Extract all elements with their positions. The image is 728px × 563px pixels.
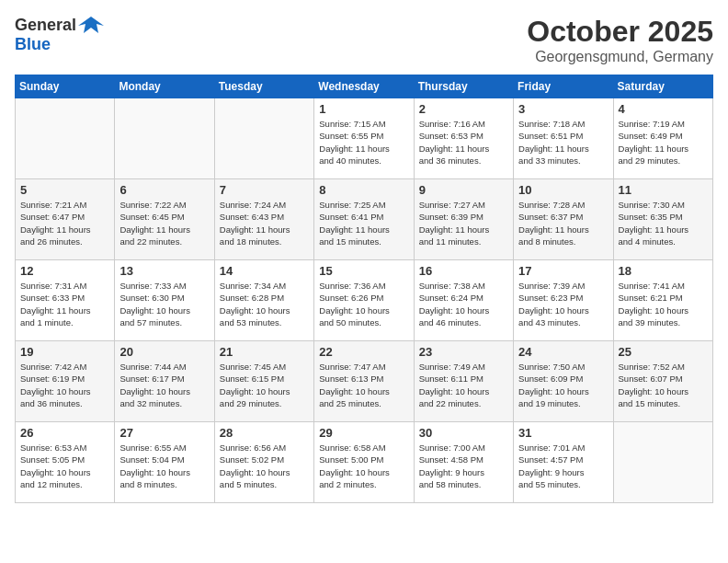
day-info: Sunrise: 7:39 AM Sunset: 6:23 PM Dayligh… — [518, 280, 609, 328]
day-info: Sunrise: 7:28 AM Sunset: 6:37 PM Dayligh… — [518, 199, 609, 247]
calendar-cell — [214, 98, 313, 179]
day-info: Sunrise: 7:38 AM Sunset: 6:24 PM Dayligh… — [419, 280, 509, 328]
calendar-cell: 31Sunrise: 7:01 AM Sunset: 4:57 PM Dayli… — [514, 422, 613, 503]
day-info: Sunrise: 6:56 AM Sunset: 5:02 PM Dayligh… — [220, 442, 310, 490]
day-number: 15 — [319, 264, 409, 278]
weekday-header: Saturday — [613, 75, 712, 98]
weekday-header: Wednesday — [314, 75, 414, 98]
day-info: Sunrise: 7:52 AM Sunset: 6:07 PM Dayligh… — [619, 361, 709, 409]
day-number: 10 — [518, 183, 609, 197]
day-info: Sunrise: 7:27 AM Sunset: 6:39 PM Dayligh… — [419, 199, 509, 247]
logo-bird-icon — [78, 15, 104, 35]
calendar-cell: 10Sunrise: 7:28 AM Sunset: 6:37 PM Dayli… — [514, 179, 613, 260]
day-info: Sunrise: 7:49 AM Sunset: 6:11 PM Dayligh… — [419, 361, 509, 409]
day-info: Sunrise: 7:44 AM Sunset: 6:17 PM Dayligh… — [119, 361, 210, 409]
day-number: 20 — [119, 345, 210, 359]
day-number: 25 — [619, 345, 709, 359]
day-number: 14 — [220, 264, 310, 278]
calendar-week-row: 26Sunrise: 6:53 AM Sunset: 5:05 PM Dayli… — [16, 422, 713, 503]
day-number: 23 — [419, 345, 509, 359]
calendar-cell: 26Sunrise: 6:53 AM Sunset: 5:05 PM Dayli… — [16, 422, 115, 503]
day-number: 16 — [419, 264, 509, 278]
day-info: Sunrise: 7:16 AM Sunset: 6:53 PM Dayligh… — [419, 118, 509, 167]
weekday-header: Tuesday — [214, 75, 313, 98]
calendar-cell — [16, 98, 115, 179]
day-info: Sunrise: 7:47 AM Sunset: 6:13 PM Dayligh… — [319, 361, 409, 409]
day-number: 6 — [119, 183, 210, 197]
day-info: Sunrise: 7:18 AM Sunset: 6:51 PM Dayligh… — [518, 118, 609, 167]
logo-blue-text: Blue — [15, 35, 51, 53]
calendar-cell: 17Sunrise: 7:39 AM Sunset: 6:23 PM Dayli… — [514, 260, 613, 341]
day-info: Sunrise: 7:01 AM Sunset: 4:57 PM Dayligh… — [518, 442, 609, 490]
day-info: Sunrise: 6:58 AM Sunset: 5:00 PM Dayligh… — [319, 442, 409, 490]
calendar-cell: 9Sunrise: 7:27 AM Sunset: 6:39 PM Daylig… — [414, 179, 513, 260]
day-number: 13 — [119, 264, 210, 278]
calendar-cell: 29Sunrise: 6:58 AM Sunset: 5:00 PM Dayli… — [314, 422, 414, 503]
calendar-cell: 16Sunrise: 7:38 AM Sunset: 6:24 PM Dayli… — [414, 260, 513, 341]
calendar-week-row: 19Sunrise: 7:42 AM Sunset: 6:19 PM Dayli… — [16, 341, 713, 422]
calendar-table: SundayMondayTuesdayWednesdayThursdayFrid… — [15, 75, 713, 503]
calendar-cell: 4Sunrise: 7:19 AM Sunset: 6:49 PM Daylig… — [613, 98, 712, 179]
calendar-cell: 13Sunrise: 7:33 AM Sunset: 6:30 PM Dayli… — [115, 260, 214, 341]
calendar-cell: 1Sunrise: 7:15 AM Sunset: 6:55 PM Daylig… — [314, 98, 414, 179]
day-info: Sunrise: 7:42 AM Sunset: 6:19 PM Dayligh… — [20, 361, 110, 409]
calendar-cell: 15Sunrise: 7:36 AM Sunset: 6:26 PM Dayli… — [314, 260, 414, 341]
day-number: 8 — [319, 183, 409, 197]
calendar-cell: 7Sunrise: 7:24 AM Sunset: 6:43 PM Daylig… — [214, 179, 313, 260]
calendar-cell: 6Sunrise: 7:22 AM Sunset: 6:45 PM Daylig… — [115, 179, 214, 260]
day-info: Sunrise: 7:19 AM Sunset: 6:49 PM Dayligh… — [619, 118, 709, 167]
calendar-cell: 19Sunrise: 7:42 AM Sunset: 6:19 PM Dayli… — [16, 341, 115, 422]
calendar-week-row: 1Sunrise: 7:15 AM Sunset: 6:55 PM Daylig… — [16, 98, 713, 179]
calendar-cell: 22Sunrise: 7:47 AM Sunset: 6:13 PM Dayli… — [314, 341, 414, 422]
day-info: Sunrise: 7:34 AM Sunset: 6:28 PM Dayligh… — [220, 280, 310, 328]
day-number: 27 — [119, 426, 210, 440]
page-header: General Blue October 2025 Georgensgmund,… — [15, 15, 713, 65]
day-number: 18 — [619, 264, 709, 278]
calendar-cell: 20Sunrise: 7:44 AM Sunset: 6:17 PM Dayli… — [115, 341, 214, 422]
day-number: 2 — [419, 102, 509, 116]
weekday-header: Thursday — [414, 75, 513, 98]
day-info: Sunrise: 7:25 AM Sunset: 6:41 PM Dayligh… — [319, 199, 409, 247]
calendar-week-row: 5Sunrise: 7:21 AM Sunset: 6:47 PM Daylig… — [16, 179, 713, 260]
calendar-cell — [613, 422, 712, 503]
day-number: 19 — [20, 345, 110, 359]
day-info: Sunrise: 7:50 AM Sunset: 6:09 PM Dayligh… — [518, 361, 609, 409]
day-info: Sunrise: 7:00 AM Sunset: 4:58 PM Dayligh… — [419, 442, 509, 490]
day-info: Sunrise: 7:41 AM Sunset: 6:21 PM Dayligh… — [619, 280, 709, 328]
day-info: Sunrise: 6:53 AM Sunset: 5:05 PM Dayligh… — [20, 442, 110, 490]
day-number: 17 — [518, 264, 609, 278]
day-number: 5 — [20, 183, 110, 197]
calendar-cell: 3Sunrise: 7:18 AM Sunset: 6:51 PM Daylig… — [514, 98, 613, 179]
calendar-week-row: 12Sunrise: 7:31 AM Sunset: 6:33 PM Dayli… — [16, 260, 713, 341]
day-number: 26 — [20, 426, 110, 440]
calendar-cell: 14Sunrise: 7:34 AM Sunset: 6:28 PM Dayli… — [214, 260, 313, 341]
day-number: 30 — [419, 426, 509, 440]
day-number: 31 — [518, 426, 609, 440]
location-title: Georgensgmund, Germany — [527, 49, 713, 65]
weekday-header: Friday — [514, 75, 613, 98]
calendar-cell: 18Sunrise: 7:41 AM Sunset: 6:21 PM Dayli… — [613, 260, 712, 341]
day-number: 28 — [220, 426, 310, 440]
calendar-cell — [115, 98, 214, 179]
day-info: Sunrise: 7:36 AM Sunset: 6:26 PM Dayligh… — [319, 280, 409, 328]
day-number: 1 — [319, 102, 409, 116]
calendar-cell: 11Sunrise: 7:30 AM Sunset: 6:35 PM Dayli… — [613, 179, 712, 260]
calendar-cell: 8Sunrise: 7:25 AM Sunset: 6:41 PM Daylig… — [314, 179, 414, 260]
day-info: Sunrise: 6:55 AM Sunset: 5:04 PM Dayligh… — [119, 442, 210, 490]
calendar-cell: 2Sunrise: 7:16 AM Sunset: 6:53 PM Daylig… — [414, 98, 513, 179]
weekday-header: Sunday — [16, 75, 115, 98]
day-number: 21 — [220, 345, 310, 359]
calendar-cell: 21Sunrise: 7:45 AM Sunset: 6:15 PM Dayli… — [214, 341, 313, 422]
calendar-header-row: SundayMondayTuesdayWednesdayThursdayFrid… — [16, 75, 713, 98]
logo: General Blue — [15, 15, 104, 54]
calendar-cell: 25Sunrise: 7:52 AM Sunset: 6:07 PM Dayli… — [613, 341, 712, 422]
day-info: Sunrise: 7:31 AM Sunset: 6:33 PM Dayligh… — [20, 280, 110, 328]
calendar-cell: 12Sunrise: 7:31 AM Sunset: 6:33 PM Dayli… — [16, 260, 115, 341]
day-number: 11 — [619, 183, 709, 197]
day-number: 12 — [20, 264, 110, 278]
title-block: October 2025 Georgensgmund, Germany — [527, 15, 713, 65]
day-info: Sunrise: 7:21 AM Sunset: 6:47 PM Dayligh… — [20, 199, 110, 247]
calendar-cell: 30Sunrise: 7:00 AM Sunset: 4:58 PM Dayli… — [414, 422, 513, 503]
day-info: Sunrise: 7:15 AM Sunset: 6:55 PM Dayligh… — [319, 118, 409, 167]
logo-general-text: General — [15, 16, 76, 35]
